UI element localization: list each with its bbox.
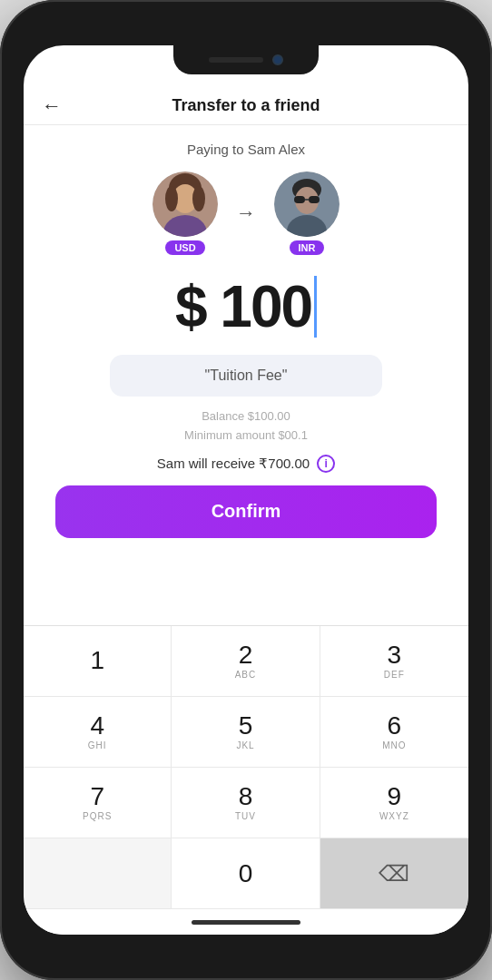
sender-avatar-image xyxy=(153,172,218,237)
receive-info: Sam will receive ₹700.00 i xyxy=(157,455,335,473)
key-6-letters: MNO xyxy=(382,740,406,750)
key-7[interactable]: 7 PQRS xyxy=(24,768,172,838)
content-area: Paying to Sam Alex xyxy=(24,125,468,625)
keypad: 1 2 ABC 3 DEF 4 GHI 5 JKL 6 MNO xyxy=(24,625,468,909)
sender-avatar-wrapper: USD xyxy=(153,172,218,255)
svg-point-5 xyxy=(165,186,178,211)
key-4-letters: GHI xyxy=(88,740,107,750)
speaker xyxy=(209,57,263,63)
amount-container: $ 100 xyxy=(175,273,317,340)
key-0[interactable]: 0 xyxy=(172,838,320,909)
key-backspace[interactable]: ⌫ xyxy=(320,838,468,909)
svg-point-6 xyxy=(192,186,205,211)
receiver-avatar-wrapper: INR xyxy=(274,172,339,255)
receive-text: Sam will receive ₹700.00 xyxy=(157,456,310,472)
phone-shell: ← Transfer to a friend Paying to Sam Ale… xyxy=(0,0,492,980)
svg-rect-11 xyxy=(309,196,320,203)
svg-rect-10 xyxy=(294,196,305,203)
key-empty xyxy=(24,838,172,909)
sender-currency-badge: USD xyxy=(165,240,204,255)
key-5-letters: JKL xyxy=(236,740,254,750)
camera xyxy=(272,54,283,65)
transfer-arrow: → xyxy=(236,201,256,225)
key-1[interactable]: 1 xyxy=(24,626,172,697)
notch xyxy=(173,45,319,74)
key-6[interactable]: 6 MNO xyxy=(320,697,468,768)
receiver-avatar xyxy=(274,172,339,237)
amount-value: 100 xyxy=(206,274,312,339)
home-bar xyxy=(24,909,468,935)
balance-line2: Minimum amount $00.1 xyxy=(184,426,308,446)
header: ← Transfer to a friend xyxy=(24,85,468,125)
receiver-currency-badge: INR xyxy=(290,240,325,255)
key-2-letters: ABC xyxy=(235,670,257,680)
key-2-number: 2 xyxy=(239,642,253,668)
key-4[interactable]: 4 GHI xyxy=(24,697,172,768)
key-9-letters: WXYZ xyxy=(379,811,409,821)
key-3-number: 3 xyxy=(388,642,402,668)
key-5[interactable]: 5 JKL xyxy=(172,697,320,768)
key-3[interactable]: 3 DEF xyxy=(320,626,468,697)
text-cursor xyxy=(314,276,317,338)
page-title: Transfer to a friend xyxy=(172,96,320,115)
key-5-number: 5 xyxy=(239,713,253,739)
key-9[interactable]: 9 WXYZ xyxy=(320,768,468,838)
currency-symbol: $ xyxy=(175,274,206,339)
sender-avatar xyxy=(153,172,218,237)
receiver-avatar-image xyxy=(274,172,339,237)
key-2[interactable]: 2 ABC xyxy=(172,626,320,697)
key-1-number: 1 xyxy=(90,648,104,673)
key-4-number: 4 xyxy=(90,713,104,739)
balance-line1: Balance $100.00 xyxy=(184,407,308,426)
key-8-letters: TUV xyxy=(235,811,256,821)
key-9-number: 9 xyxy=(388,784,402,809)
avatars-row: USD → xyxy=(153,172,339,255)
key-3-letters: DEF xyxy=(384,670,405,680)
home-indicator xyxy=(192,920,300,925)
amount-display: $ 100 xyxy=(175,273,311,340)
backspace-icon: ⌫ xyxy=(379,861,409,887)
info-icon[interactable]: i xyxy=(317,455,335,473)
balance-info: Balance $100.00 Minimum amount $00.1 xyxy=(184,407,308,446)
back-button[interactable]: ← xyxy=(42,96,62,116)
phone-screen: ← Transfer to a friend Paying to Sam Ale… xyxy=(24,45,468,935)
key-8[interactable]: 8 TUV xyxy=(172,768,320,838)
key-0-number: 0 xyxy=(239,861,253,887)
confirm-button[interactable]: Confirm xyxy=(55,485,437,538)
key-7-letters: PQRS xyxy=(83,811,112,821)
key-6-number: 6 xyxy=(388,713,402,739)
key-8-number: 8 xyxy=(239,784,253,809)
key-7-number: 7 xyxy=(90,784,104,809)
note-field[interactable]: "Tuition Fee" xyxy=(110,355,382,397)
paying-to-label: Paying to Sam Alex xyxy=(187,142,305,157)
